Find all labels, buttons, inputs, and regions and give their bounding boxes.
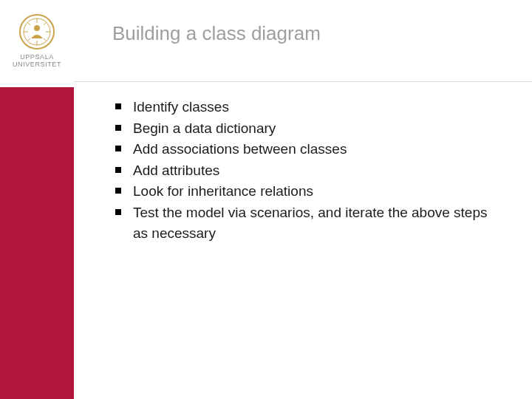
bullet-text: Add associations between classes <box>133 141 347 157</box>
uni-line1: UPPSALA <box>20 53 54 61</box>
sidebar: UPPSALA UNIVERSITET <box>0 0 74 399</box>
slide-title: Building a class diagram <box>112 22 502 45</box>
svg-line-7 <box>44 38 47 41</box>
list-item: Begin a data dictionary <box>112 118 502 140</box>
bullet-text: Identify classes <box>133 99 229 115</box>
bullet-text: Add attributes <box>133 163 219 178</box>
bullet-icon <box>115 188 121 194</box>
university-logo: UPPSALA UNIVERSITET <box>0 13 74 69</box>
list-item: Add attributes <box>112 160 502 182</box>
bullet-list: Identify classes Begin a data dictionary… <box>112 97 502 245</box>
university-name: UPPSALA UNIVERSITET <box>0 53 74 69</box>
seal-icon <box>18 13 55 50</box>
svg-line-9 <box>27 38 30 41</box>
svg-line-6 <box>27 22 30 25</box>
list-item: Identify classes <box>112 97 502 118</box>
bullet-icon <box>115 103 121 109</box>
svg-point-10 <box>34 25 40 31</box>
content-area: Identify classes Begin a data dictionary… <box>112 97 502 245</box>
accent-bar <box>0 87 74 399</box>
bullet-icon <box>115 167 121 173</box>
svg-line-8 <box>44 22 47 25</box>
uni-line2: UNIVERSITET <box>13 61 61 68</box>
list-item: Add associations between classes <box>112 139 502 160</box>
list-item: Look for inheritance relations <box>112 181 502 202</box>
list-item: Test the model via scenarios, and iterat… <box>112 202 502 245</box>
slide: UPPSALA UNIVERSITET Building a class dia… <box>0 0 532 399</box>
divider <box>74 81 532 82</box>
bullet-text: Begin a data dictionary <box>133 120 276 136</box>
bullet-icon <box>115 125 121 131</box>
bullet-icon <box>115 209 121 215</box>
bullet-text: Look for inheritance relations <box>133 183 313 199</box>
main-content: Building a class diagram Identify classe… <box>74 0 532 399</box>
bullet-text: Test the model via scenarios, and iterat… <box>133 205 488 242</box>
bullet-icon <box>115 146 121 151</box>
